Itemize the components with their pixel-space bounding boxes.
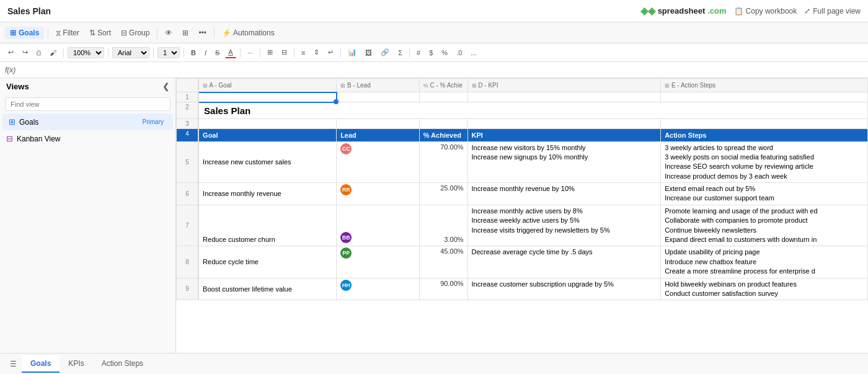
brand-domain: .com [707, 6, 726, 16]
cell-E6[interactable]: Extend email reach out by 5% Increase ou… [661, 183, 868, 205]
cell-E5[interactable]: 3 weekly articles to spread the word 3 w… [661, 141, 868, 183]
print-button[interactable]: ⎙ [33, 48, 44, 58]
font-select[interactable]: Arial [112, 47, 149, 58]
cell-B6[interactable]: RR [337, 183, 420, 205]
percent-button[interactable]: % [438, 48, 451, 58]
cell-D6[interactable]: Increase monthly revenue by 10% [467, 183, 661, 205]
row-number-5: 5 [177, 141, 199, 183]
col-header-E[interactable]: ⊞ E - Action Steps [661, 79, 868, 92]
cell-D5[interactable]: Increase new visitors by 15% monthly Inc… [467, 141, 661, 183]
brand-text: spreadsheet [658, 6, 706, 16]
sidebar-item-goals[interactable]: ⊞ Goals Primary [2, 114, 173, 130]
toolbar-automations-button[interactable]: ⚡ Automations [218, 27, 278, 39]
cell-C6[interactable]: 25.00% [419, 183, 467, 205]
cell-D3[interactable] [467, 118, 661, 128]
bottom-tab-kpis[interactable]: KPIs [60, 355, 92, 373]
cell-D9[interactable]: Increase customer subscription upgrade b… [467, 278, 661, 300]
toolbar-sort-button[interactable]: ⇅ Sort [86, 27, 115, 39]
toolbar-group-button[interactable]: ⊟ Group [117, 27, 153, 39]
hash-button[interactable]: # [414, 48, 423, 58]
cell-C8[interactable]: 45.00% [419, 246, 467, 278]
bottom-tab-action-steps[interactable]: Action Steps [93, 355, 152, 373]
cell-B1[interactable] [337, 92, 420, 102]
strikethrough-button[interactable]: S [212, 48, 223, 58]
sidebar-item-kanban[interactable]: ⊟ Kanban View [0, 130, 175, 147]
cell-B8[interactable]: PP [337, 246, 420, 278]
sidebar-collapse-button[interactable]: ❮ [162, 82, 169, 91]
wrap-button[interactable]: ↵ [325, 47, 337, 58]
full-page-view-button[interactable]: ⤢ Full page view [804, 7, 861, 16]
avatar-8: PP [340, 247, 352, 259]
cell-C9[interactable]: 90.00% [419, 278, 467, 300]
cell-B4[interactable]: Lead [337, 128, 420, 141]
cell-D7[interactable]: Increase monthly active users by 8% Incr… [467, 205, 661, 246]
cell-B5[interactable]: CC [337, 141, 420, 183]
merge-button[interactable]: ⊟ [278, 47, 290, 58]
toolbar-grid-button[interactable]: ⊞ [179, 27, 192, 39]
cell-C1[interactable] [419, 92, 467, 102]
lead-cell-5: CC [340, 143, 415, 154]
fmt-sep-1 [63, 48, 64, 58]
cell-B7[interactable]: BB [337, 205, 420, 246]
copy-workbook-button[interactable]: 📋 Copy workbook [734, 7, 797, 16]
cell-A8[interactable]: Reduce cycle time [198, 246, 337, 278]
col-header-B[interactable]: ⊞ B - Lead [337, 79, 420, 92]
cell-A6[interactable]: Increase monthly revenue [198, 183, 337, 205]
decimal-button[interactable]: .0 [453, 48, 465, 58]
col-header-A[interactable]: ⊞ A - Goal [198, 79, 337, 92]
align-left-button[interactable]: ≡ [298, 48, 308, 58]
cell-D8[interactable]: Decrease average cycle time by .5 days [467, 246, 661, 278]
undo-button[interactable]: ↩ [5, 47, 17, 58]
bold-button[interactable]: B [188, 48, 199, 58]
font-size-select[interactable]: 10 [157, 47, 180, 58]
link-button[interactable]: 🔗 [378, 47, 392, 58]
action-line-8-1: Introduce new chatbox feature [665, 257, 864, 267]
cell-E8[interactable]: Update usability of pricing page Introdu… [661, 246, 868, 278]
col-header-D[interactable]: ⊞ D - KPI [467, 79, 661, 92]
cell-E4[interactable]: Action Steps [661, 128, 868, 141]
cell-C3[interactable] [419, 118, 467, 128]
cell-A9[interactable]: Boost customer lifetime value [198, 278, 337, 300]
col-header-C[interactable]: % C - % Achie [419, 79, 467, 92]
cell-D1[interactable] [467, 92, 661, 102]
valign-button[interactable]: ⇕ [311, 47, 322, 58]
paint-format-button[interactable]: 🖌 [46, 48, 60, 58]
cell-E9[interactable]: Hold biweekly webinars on product featur… [661, 278, 868, 300]
cell-A1[interactable] [198, 92, 337, 102]
row-number-7: 7 [177, 205, 199, 246]
toolbar-tab-goals[interactable]: ⊞ Goals [5, 27, 44, 39]
cell-C5[interactable]: 70.00% [419, 141, 467, 183]
cell-A4[interactable]: Goal [198, 128, 337, 141]
cell-A5[interactable]: Increase new customer sales [198, 141, 337, 183]
cell-B9[interactable]: HH [337, 278, 420, 300]
cell-E1[interactable] [661, 92, 868, 102]
sidebar-search-input[interactable] [5, 97, 170, 111]
cell-E7[interactable]: Promote learning and usage of the produc… [661, 205, 868, 246]
toolbar-more-button[interactable]: ••• [195, 27, 210, 39]
more-format-button[interactable]: ··· [244, 48, 256, 58]
cell-B3[interactable] [337, 118, 420, 128]
zoom-select[interactable]: 100% [68, 47, 104, 58]
cell-D4[interactable]: KPI [467, 128, 661, 141]
bottom-tab-goals[interactable]: Goals [22, 355, 60, 373]
cell-A7[interactable]: Reduce customer churn [198, 205, 337, 246]
cell-A3[interactable] [198, 118, 337, 128]
action-line-7-0: Promote learning and usage of the produc… [665, 207, 864, 216]
chart-button[interactable]: 📊 [345, 47, 360, 58]
cell-A2[interactable]: Sales Plan [198, 102, 867, 119]
underline-button[interactable]: A [225, 47, 236, 58]
image-button[interactable]: 🖼 [362, 48, 375, 58]
cell-E3[interactable] [661, 118, 868, 128]
sum-button[interactable]: Σ [395, 48, 405, 58]
dollar-button[interactable]: $ [426, 48, 436, 58]
cell-C4[interactable]: % Achieved [419, 128, 467, 141]
toolbar-filter-button[interactable]: ⧖ Filter [52, 27, 83, 39]
cell-C7[interactable]: 3.00% [419, 205, 467, 246]
more-options-button[interactable]: ... [467, 48, 479, 58]
italic-button[interactable]: I [202, 48, 210, 58]
app-title: Sales Plan [7, 6, 51, 16]
redo-button[interactable]: ↪ [19, 47, 31, 58]
bottom-hamburger-button[interactable]: ☰ [5, 356, 22, 372]
borders-button[interactable]: ⊞ [264, 47, 276, 58]
toolbar-hide-button[interactable]: 👁 [161, 27, 176, 39]
